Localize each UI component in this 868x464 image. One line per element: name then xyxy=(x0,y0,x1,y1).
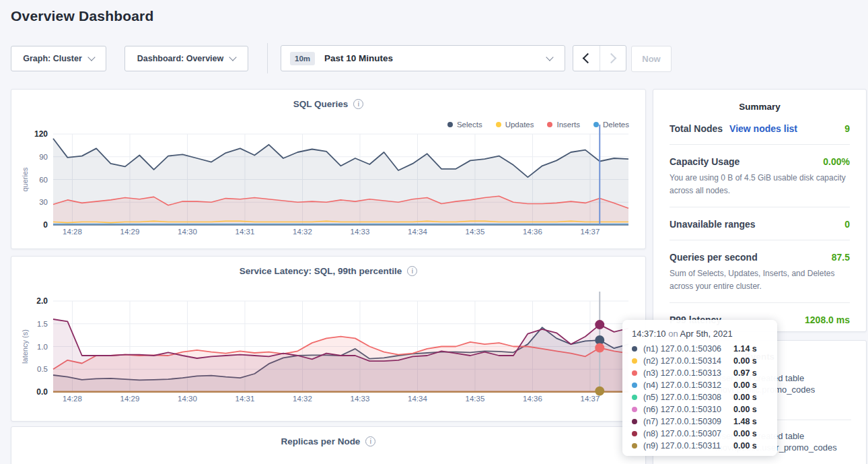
summary-panel: Summary Total Nodes View nodes list 9 Ca… xyxy=(653,89,867,332)
svg-text:latency (s): latency (s) xyxy=(21,329,29,364)
svg-text:14:34: 14:34 xyxy=(408,395,427,403)
tooltip-node-value: 0.00 s xyxy=(733,380,757,390)
queries-per-second-value: 87.5 xyxy=(832,252,850,263)
chevron-right-icon xyxy=(606,53,617,64)
info-icon[interactable]: i xyxy=(407,266,417,276)
svg-text:120: 120 xyxy=(34,129,48,139)
series-dot-icon xyxy=(632,346,637,352)
svg-text:14:32: 14:32 xyxy=(293,395,312,403)
tooltip-node-value: 0.00 s xyxy=(733,356,757,366)
tooltip-row: (n4) 127.0.0.1:503120.00 s xyxy=(632,379,768,391)
service-latency-chart[interactable]: 0.00.51.01.52.014:2814:2914:3014:3114:32… xyxy=(17,279,641,409)
total-nodes-row: Total Nodes View nodes list 9 xyxy=(670,112,850,145)
series-dot-icon xyxy=(632,419,637,424)
sql-queries-title-text: SQL Queries xyxy=(293,99,349,109)
view-nodes-list-link[interactable]: View nodes list xyxy=(729,123,797,134)
replicas-per-node-title: Replicas per Node i xyxy=(11,436,645,446)
service-latency-title-text: Service Latency: SQL, 99th percentile xyxy=(240,266,402,276)
tooltip-row: (n8) 127.0.0.1:503070.00 s xyxy=(632,428,768,440)
svg-text:queries: queries xyxy=(21,167,29,192)
tooltip-node-value: 0.00 s xyxy=(733,429,757,438)
capacity-usage-row: Capacity Usage 0.00% You are using 0 B o… xyxy=(670,145,850,207)
svg-text:30: 30 xyxy=(39,198,48,206)
series-dot-icon xyxy=(632,358,637,364)
svg-text:14:36: 14:36 xyxy=(523,395,542,403)
svg-text:14:28: 14:28 xyxy=(63,395,82,403)
svg-text:14:33: 14:33 xyxy=(351,395,370,403)
tooltip-node-address: (n5) 127.0.0.1:50308 xyxy=(643,393,733,402)
graph-dropdown-label: Graph: Cluster xyxy=(23,54,82,63)
page-title: Overview Dashboard xyxy=(11,8,154,24)
info-icon[interactable]: i xyxy=(353,99,363,109)
tooltip-node-address: (n2) 127.0.0.1:50314 xyxy=(643,356,733,366)
time-window-badge: 10m xyxy=(290,52,315,65)
svg-text:90: 90 xyxy=(39,153,48,161)
graph-dropdown[interactable]: Graph: Cluster xyxy=(11,46,106,71)
series-dot-icon xyxy=(632,395,637,400)
svg-text:14:35: 14:35 xyxy=(466,395,485,403)
tooltip-node-address: (n3) 127.0.0.1:50313 xyxy=(643,368,733,378)
svg-text:14:33: 14:33 xyxy=(351,228,370,236)
svg-text:14:36: 14:36 xyxy=(523,228,542,236)
tooltip-node-value: 0.00 s xyxy=(733,441,757,451)
unavailable-ranges-label: Unavailable ranges xyxy=(670,219,756,230)
dashboard-dropdown[interactable]: Dashboard: Overview xyxy=(124,46,248,71)
time-step-buttons xyxy=(573,45,626,71)
svg-text:0: 0 xyxy=(43,220,48,230)
info-icon[interactable]: i xyxy=(365,436,375,446)
unavailable-ranges-value: 0 xyxy=(844,219,850,230)
time-range-dropdown[interactable]: 10m Past 10 Minutes xyxy=(281,45,565,71)
tooltip-row: (n1) 127.0.0.1:503061.14 s xyxy=(632,343,768,355)
series-dot-icon xyxy=(632,431,637,436)
total-nodes-value: 9 xyxy=(844,123,850,134)
tooltip-date: Apr 5th, 2021 xyxy=(680,329,733,339)
time-range-label: Past 10 Minutes xyxy=(324,53,393,63)
series-dot-icon xyxy=(632,407,637,412)
svg-text:14:28: 14:28 xyxy=(63,228,82,236)
now-button[interactable]: Now xyxy=(631,46,672,72)
svg-text:14:35: 14:35 xyxy=(466,228,485,236)
svg-text:14:31: 14:31 xyxy=(236,395,255,403)
replicas-per-node-panel: Replicas per Node i xyxy=(11,426,646,464)
svg-text:14:31: 14:31 xyxy=(236,228,255,236)
tooltip-node-value: 1.48 s xyxy=(733,417,757,426)
svg-text:14:29: 14:29 xyxy=(120,395,140,403)
tooltip-node-value: 0.97 s xyxy=(733,368,757,378)
series-dot-icon xyxy=(632,443,637,449)
prev-time-button[interactable] xyxy=(573,46,600,71)
total-nodes-label: Total Nodes xyxy=(670,123,723,134)
summary-title: Summary xyxy=(653,102,866,112)
svg-text:14:32: 14:32 xyxy=(293,228,312,236)
tooltip-row: (n7) 127.0.0.1:503091.48 s xyxy=(632,416,768,428)
chevron-down-icon xyxy=(87,53,95,61)
svg-text:14:30: 14:30 xyxy=(178,395,197,403)
svg-text:14:37: 14:37 xyxy=(581,395,600,403)
tooltip-row: (n3) 127.0.0.1:503130.97 s xyxy=(632,367,768,379)
svg-text:1.0: 1.0 xyxy=(37,343,48,351)
svg-text:0.5: 0.5 xyxy=(37,365,48,373)
svg-text:14:30: 14:30 xyxy=(178,228,197,236)
service-latency-panel: Service Latency: SQL, 99th percentile i … xyxy=(11,256,646,422)
tooltip-node-value: 1.14 s xyxy=(733,344,757,354)
chart-hover-tooltip: 14:37:10 on Apr 5th, 2021 (n1) 127.0.0.1… xyxy=(622,320,777,456)
tooltip-node-address: (n8) 127.0.0.1:50307 xyxy=(643,429,733,438)
tooltip-node-value: 0.00 s xyxy=(733,393,757,402)
tooltip-row: (n6) 127.0.0.1:503100.00 s xyxy=(632,403,768,416)
tooltip-timestamp: 14:37:10 on Apr 5th, 2021 xyxy=(632,329,768,339)
svg-text:14:37: 14:37 xyxy=(581,228,600,236)
queries-per-second-label: Queries per second xyxy=(670,252,758,263)
tooltip-node-address: (n4) 127.0.0.1:50312 xyxy=(643,380,733,390)
divider xyxy=(267,43,268,73)
series-dot-icon xyxy=(632,383,637,388)
next-time-button[interactable] xyxy=(600,46,626,71)
tooltip-node-value: 0.00 s xyxy=(733,405,757,414)
tooltip-node-rows: (n1) 127.0.0.1:503061.14 s(n2) 127.0.0.1… xyxy=(632,343,768,452)
tooltip-row: (n9) 127.0.0.1:503110.00 s xyxy=(632,440,768,452)
unavailable-ranges-row: Unavailable ranges 0 xyxy=(670,207,850,240)
svg-text:60: 60 xyxy=(39,176,48,184)
sql-queries-chart[interactable]: 030609012014:2814:2914:3014:3114:3214:33… xyxy=(17,112,641,242)
capacity-usage-label: Capacity Usage xyxy=(670,156,739,167)
capacity-usage-description: You are using 0 B of 4.5 GiB usable disk… xyxy=(670,172,850,197)
svg-text:14:34: 14:34 xyxy=(408,228,427,236)
tooltip-node-address: (n6) 127.0.0.1:50310 xyxy=(643,405,733,414)
